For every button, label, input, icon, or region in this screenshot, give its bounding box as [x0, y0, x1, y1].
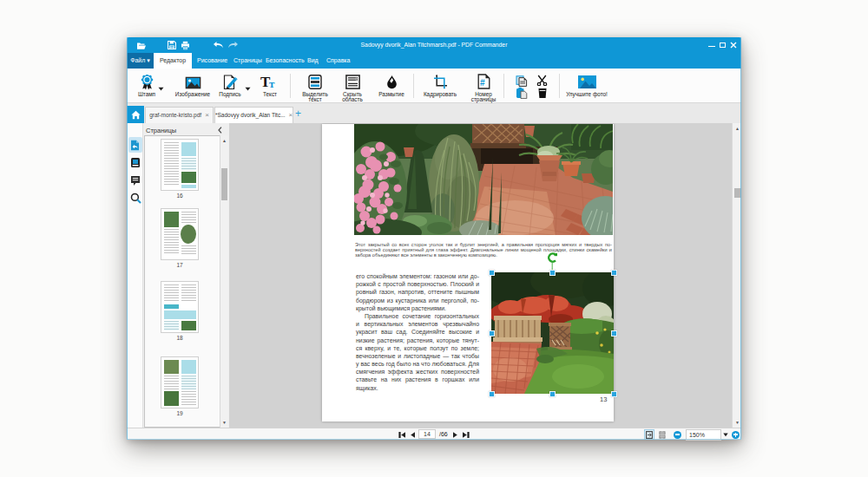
svg-text:#: #: [480, 78, 485, 88]
